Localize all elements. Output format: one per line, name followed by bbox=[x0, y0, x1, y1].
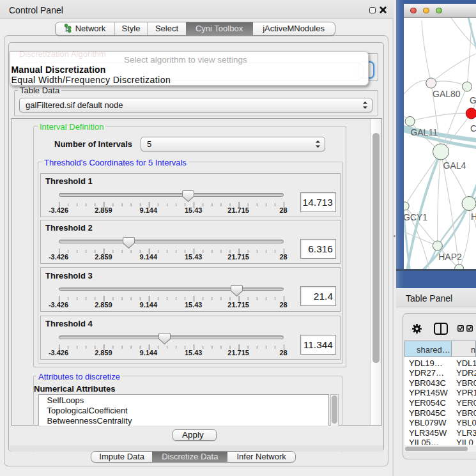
svg-text:GA: GA bbox=[470, 95, 476, 105]
svg-text:GAL80: GAL80 bbox=[433, 88, 461, 98]
svg-text:C: C bbox=[470, 123, 476, 133]
svg-text:GAL11: GAL11 bbox=[410, 127, 438, 137]
svg-text:GCY1: GCY1 bbox=[404, 212, 427, 222]
svg-text:HAP2: HAP2 bbox=[438, 252, 462, 262]
svg-text:GAL4: GAL4 bbox=[443, 160, 466, 171]
svg-text:HA: HA bbox=[471, 211, 476, 221]
